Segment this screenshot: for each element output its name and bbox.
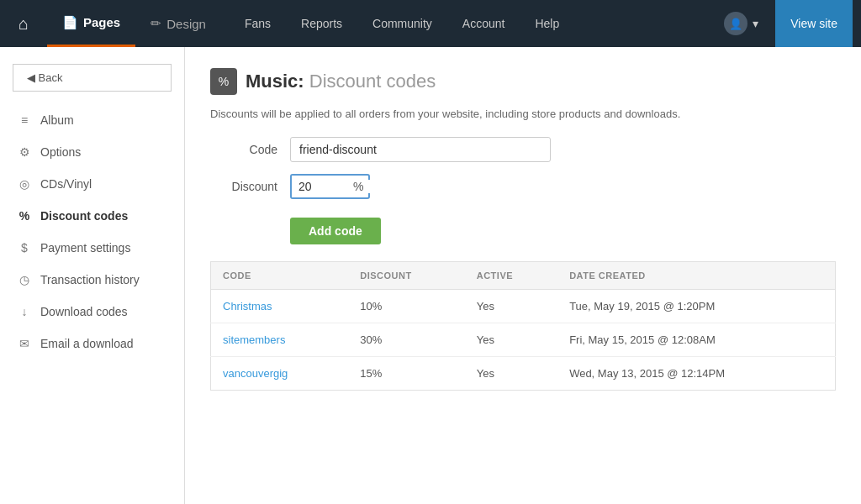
add-code-row: Add code [210,211,836,244]
view-site-button[interactable]: View site [775,0,853,47]
nav-right: 👤 ▾ View site [716,0,853,47]
cds-vinyl-icon: ◎ [17,176,32,192]
page-header-icon: % [210,68,237,95]
section-label: Discount codes [309,71,436,92]
nav-link-help[interactable]: Help [520,0,574,47]
transaction-history-icon: ◷ [17,272,32,287]
email-download-icon: ✉ [17,336,32,351]
sidebar-item-email-download[interactable]: ✉ Email a download [0,328,184,360]
discount-label: Discount [210,180,277,193]
discount-value: 30% [348,323,464,357]
main-layout: ◀ Back ≡ Album ⚙ Options ◎ CDs/Vinyl % D… [0,47,861,504]
table-header-row: CODE DISCOUNT ACTIVE DATE CREATED [211,262,836,290]
discount-value: 10% [348,290,464,323]
nav-link-community[interactable]: Community [357,0,447,47]
nav-pages-tab[interactable]: 📄 Pages [47,0,135,47]
discount-input-wrapper: % [290,174,370,199]
music-label: Music: [246,71,304,92]
back-button[interactable]: ◀ Back [13,64,172,92]
table-row: vancouvergig15%YesWed, May 13, 2015 @ 12… [211,357,836,391]
sidebar-item-label: Options [40,145,81,159]
sidebar-item-label: Album [40,113,74,127]
user-menu[interactable]: 👤 ▾ [716,12,767,35]
code-form-row: Code [210,137,836,162]
sidebar-item-payment-settings[interactable]: $ Payment settings [0,232,184,264]
date-created-value: Wed, May 13, 2015 @ 12:14PM [557,357,835,391]
nav-links: Fans Reports Community Account Help [230,0,716,47]
sidebar-item-discount-codes[interactable]: % Discount codes [0,200,184,232]
top-nav: ⌂ 📄 Pages ✏ Design Fans Reports Communit… [0,0,861,47]
discount-codes-icon: % [17,208,32,223]
code-input[interactable] [290,137,551,162]
nav-link-fans[interactable]: Fans [230,0,286,47]
user-dropdown-arrow: ▾ [753,17,758,30]
sidebar-item-label: CDs/Vinyl [40,177,92,191]
discount-code-link[interactable]: vancouvergig [223,367,288,380]
page-header: % Music: Discount codes [210,68,836,95]
nav-pages-label: Pages [83,15,120,29]
add-code-button[interactable]: Add code [290,218,381,244]
sidebar-item-transaction-history[interactable]: ◷ Transaction history [0,264,184,296]
nav-link-account[interactable]: Account [447,0,520,47]
discount-form-row: Discount % [210,174,836,199]
table-row: Christmas10%YesTue, May 19, 2015 @ 1:20P… [211,290,836,323]
date-created-value: Tue, May 19, 2015 @ 1:20PM [557,290,835,323]
discount-code-link[interactable]: sitemembers [223,333,285,346]
sidebar-item-label: Discount codes [40,209,128,223]
nav-design-label: Design [166,17,206,31]
table-row: sitemembers30%YesFri, May 15, 2015 @ 12:… [211,323,836,357]
sidebar-item-album[interactable]: ≡ Album [0,104,184,136]
active-value: Yes [465,290,557,323]
discount-codes-table: CODE DISCOUNT ACTIVE DATE CREATED Christ… [210,261,836,391]
nav-home-icon[interactable]: ⌂ [0,0,47,47]
sidebar-item-download-codes[interactable]: ↓ Download codes [0,296,184,328]
sidebar-item-label: Transaction history [40,273,140,286]
sidebar-item-label: Download codes [40,305,128,318]
active-value: Yes [465,357,557,391]
code-label: Code [210,143,277,156]
sidebar-item-cds-vinyl[interactable]: ◎ CDs/Vinyl [0,168,184,200]
download-codes-icon: ↓ [17,304,32,319]
col-header-active: ACTIVE [465,262,557,290]
user-avatar-icon: 👤 [724,12,747,35]
percent-symbol: % [346,180,370,193]
sidebar-item-options[interactable]: ⚙ Options [0,136,184,168]
sidebar-item-label: Email a download [40,337,134,350]
discount-code-link[interactable]: Christmas [223,300,272,312]
active-value: Yes [465,323,557,357]
options-icon: ⚙ [17,144,32,160]
pages-icon: 📄 [62,15,78,30]
nav-design-tab[interactable]: ✏ Design [135,0,221,47]
date-created-value: Fri, May 15, 2015 @ 12:08AM [557,323,835,357]
nav-link-reports[interactable]: Reports [286,0,357,47]
discount-input[interactable] [292,176,346,197]
main-content: % Music: Discount codes Discounts will b… [185,47,861,504]
col-header-discount: DISCOUNT [348,262,464,290]
page-description: Discounts will be applied to all orders … [210,108,836,120]
sidebar: ◀ Back ≡ Album ⚙ Options ◎ CDs/Vinyl % D… [0,47,185,504]
payment-settings-icon: $ [17,240,32,255]
album-icon: ≡ [17,113,32,128]
page-title: Music: Discount codes [246,71,436,92]
col-header-code: CODE [211,262,349,290]
discount-value: 15% [348,357,464,391]
design-icon: ✏ [151,16,161,31]
sidebar-item-label: Payment settings [40,241,130,255]
col-header-date: DATE CREATED [557,262,835,290]
